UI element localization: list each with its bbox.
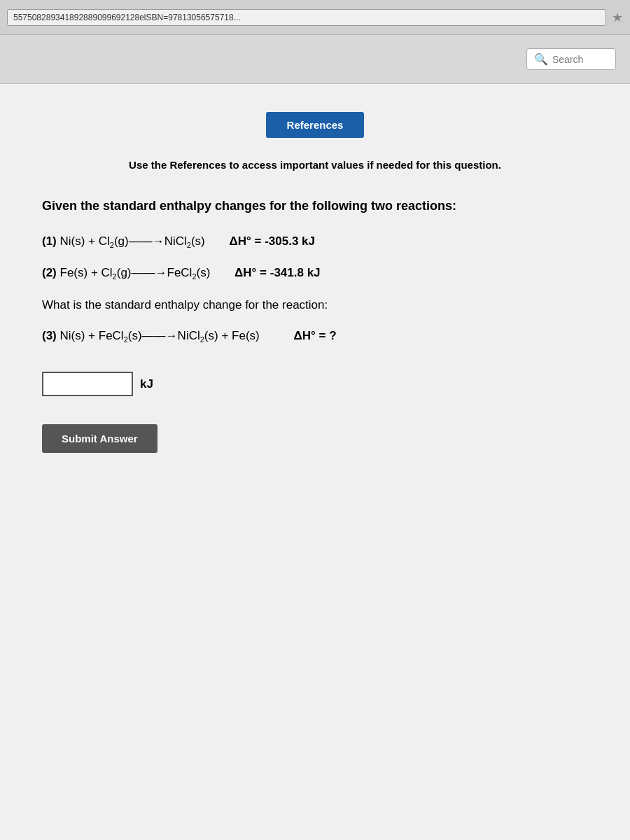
reaction-1-delta-h: ΔH° = -305.3 kJ <box>230 234 316 248</box>
browser-bar: 557508289341892889099692128elSBN=9781305… <box>0 0 630 35</box>
reaction-1-label: (1) <box>42 234 60 248</box>
reaction-3-delta-h: ΔH° = ? <box>284 329 336 342</box>
reaction-2-delta-h: ΔH° = -341.8 kJ <box>234 266 321 279</box>
search-bar-area: 🔍 <box>0 35 630 84</box>
submit-answer-button[interactable]: Submit Answer <box>42 424 158 453</box>
references-subtitle: Use the References to access important v… <box>42 159 588 171</box>
question-intro: Given the standard enthalpy changes for … <box>42 199 588 214</box>
search-input[interactable] <box>552 54 608 65</box>
references-button[interactable]: References <box>266 112 365 138</box>
references-btn-container: References <box>42 112 588 138</box>
reaction-1-row: (1) Ni(s) + Cl2(g)――→NiCl2(s) ΔH° = -305… <box>42 234 588 249</box>
reaction-1-equation: Ni(s) + Cl2(g)――→NiCl2(s) <box>60 234 209 248</box>
main-content: References Use the References to access … <box>0 84 630 840</box>
unit-label: kJ <box>140 377 153 391</box>
search-container[interactable]: 🔍 <box>526 48 616 70</box>
url-bar[interactable]: 557508289341892889099692128elSBN=9781305… <box>7 9 606 26</box>
reaction-3-label: (3) <box>42 329 60 342</box>
what-text: What is the standard enthalpy change for… <box>42 298 588 312</box>
reaction-3-equation: Ni(s) + FeCl2(s)――→NiCl2(s) + Fe(s) <box>60 329 263 342</box>
question-section: Given the standard enthalpy changes for … <box>42 199 588 453</box>
bookmark-star-icon[interactable]: ★ <box>612 10 623 25</box>
search-icon: 🔍 <box>534 52 548 66</box>
reaction-3-row: (3) Ni(s) + FeCl2(s)――→NiCl2(s) + Fe(s) … <box>42 329 588 344</box>
answer-row: kJ <box>42 372 588 396</box>
reaction-2-row: (2) Fe(s) + Cl2(g)――→FeCl2(s) ΔH° = -341… <box>42 266 588 281</box>
answer-input[interactable] <box>42 372 133 396</box>
reaction-2-label: (2) <box>42 266 60 279</box>
reaction-2-equation: Fe(s) + Cl2(g)――→FeCl2(s) <box>60 266 214 279</box>
